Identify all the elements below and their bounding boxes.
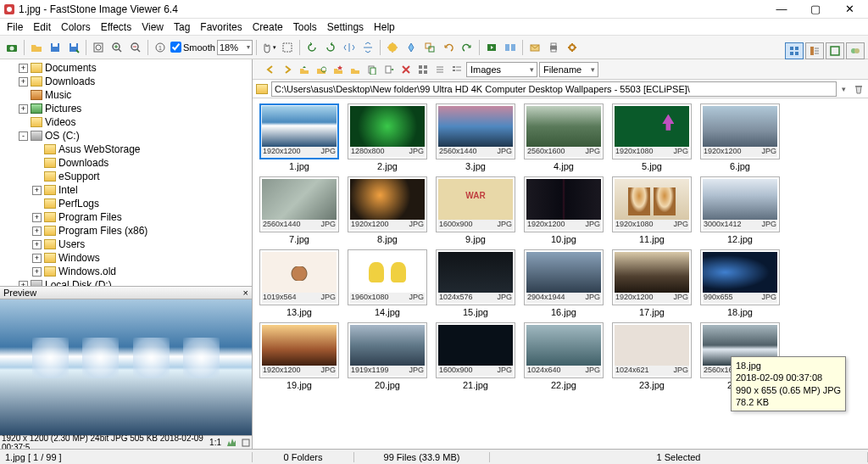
menu-effects[interactable]: Effects xyxy=(96,20,136,35)
menu-help[interactable]: Help xyxy=(369,20,400,35)
nav-refresh-button[interactable] xyxy=(314,62,329,77)
tree-node[interactable]: +Program Files xyxy=(2,210,250,224)
path-input[interactable] xyxy=(271,81,837,97)
thumbnail[interactable]: 1024x640JPG22.jpg xyxy=(524,322,604,390)
menu-edit[interactable]: Edit xyxy=(28,20,56,35)
maximize-button[interactable]: ▢ xyxy=(804,3,827,15)
nav-home-button[interactable] xyxy=(348,62,363,77)
tree-toggle[interactable]: + xyxy=(32,240,42,249)
smooth-checkbox[interactable]: Smooth xyxy=(170,42,215,53)
tree-node[interactable]: Music xyxy=(2,88,250,102)
tree-node[interactable]: +Windows.old xyxy=(2,265,250,278)
tree-node[interactable]: Downloads xyxy=(2,156,250,170)
thumbnail[interactable]: 2560x1600JPG4.jpg xyxy=(524,103,604,171)
thumbnail[interactable]: 1600x900JPG21.jpg xyxy=(436,322,515,390)
flip-h-button[interactable] xyxy=(341,39,358,56)
tree-toggle[interactable]: + xyxy=(32,186,42,195)
zoom-in-button[interactable] xyxy=(108,39,125,56)
thumbnail[interactable]: 1024x576JPG15.jpg xyxy=(436,249,515,317)
thumbnail-view-button[interactable] xyxy=(785,42,804,59)
menu-create[interactable]: Create xyxy=(248,20,288,35)
nav-favorites-button[interactable] xyxy=(331,62,346,77)
tree-node[interactable]: Videos xyxy=(2,115,250,129)
thumbnail[interactable]: 990x655JPG18.jpg xyxy=(700,249,780,317)
dual-view-button[interactable] xyxy=(846,42,865,59)
nav-details-button[interactable] xyxy=(449,62,465,77)
tree-node[interactable]: Asus WebStorage xyxy=(2,143,250,156)
nav-move-button[interactable] xyxy=(381,62,397,77)
thumbnail[interactable]: 1280x800JPG2.jpg xyxy=(348,103,427,171)
tree-node[interactable]: +Local Disk (D:) xyxy=(2,278,250,286)
save-as-button[interactable] xyxy=(65,39,82,56)
tree-node[interactable]: +Windows xyxy=(2,251,250,265)
thumbnail[interactable]: 1960x1080JPG14.jpg xyxy=(348,249,427,317)
nav-back-button[interactable] xyxy=(263,62,278,77)
preview-close-button[interactable]: × xyxy=(243,288,248,298)
open-button[interactable] xyxy=(28,39,45,56)
thumbnail[interactable]: 1920x1200JPG17.jpg xyxy=(612,249,692,317)
zoom-input[interactable] xyxy=(220,42,247,53)
smooth-check[interactable] xyxy=(170,42,181,53)
tree-node[interactable]: +Documents xyxy=(2,61,250,75)
flip-v-button[interactable] xyxy=(359,39,376,56)
camera-button[interactable] xyxy=(3,39,20,56)
tree-node[interactable]: +Users xyxy=(2,238,250,251)
nav-forward-button[interactable] xyxy=(280,62,295,77)
thumbnail[interactable]: 3000x1412JPG12.jpg xyxy=(700,176,780,244)
tree-toggle[interactable]: + xyxy=(19,77,28,87)
slideshow-button[interactable] xyxy=(483,39,500,56)
compare-button[interactable] xyxy=(502,39,519,56)
tree-toggle[interactable]: + xyxy=(19,281,28,287)
minimize-button[interactable]: — xyxy=(770,3,793,15)
tree-toggle[interactable]: + xyxy=(32,226,42,236)
nav-delete-button[interactable] xyxy=(398,62,414,77)
tree-node[interactable]: PerfLogs xyxy=(2,197,250,210)
undo-button[interactable] xyxy=(440,39,457,56)
folder-tree[interactable]: +Documents+DownloadsMusic+PicturesVideos… xyxy=(0,59,252,286)
tree-node[interactable]: eSupport xyxy=(2,170,250,183)
zoom-combo[interactable]: ▾ xyxy=(217,40,253,55)
path-dropdown-icon[interactable]: ▾ xyxy=(842,85,846,93)
tree-node[interactable]: -OS (C:) xyxy=(2,129,250,143)
sort-select[interactable]: Filename xyxy=(539,62,598,77)
thumbnail[interactable]: 1920x1080JPG11.jpg xyxy=(612,176,692,244)
menu-colors[interactable]: Colors xyxy=(56,20,96,35)
thumbnail[interactable]: 1920x1200JPG19.jpg xyxy=(259,322,339,390)
tree-node[interactable]: +Intel xyxy=(2,183,250,197)
thumbnail[interactable]: 1920x1200JPG6.jpg xyxy=(700,103,780,171)
menu-settings[interactable]: Settings xyxy=(322,20,369,35)
thumbnail[interactable]: 1920x1200JPG1.jpg xyxy=(259,103,339,171)
adjust-button[interactable] xyxy=(384,39,401,56)
histogram-icon[interactable] xyxy=(226,439,236,447)
thumbnail[interactable]: 1919x1199JPG20.jpg xyxy=(348,322,427,390)
thumbnail[interactable]: 2560x1440JPG3.jpg xyxy=(436,103,515,171)
tree-toggle[interactable]: + xyxy=(32,213,42,222)
select-tool-button[interactable] xyxy=(279,39,296,56)
thumbnail[interactable]: 1024x621JPG23.jpg xyxy=(612,322,692,390)
tree-node[interactable]: +Downloads xyxy=(2,75,250,88)
thumbnail[interactable]: 1600x900JPG9.jpg xyxy=(436,176,515,244)
zoom-out-button[interactable] xyxy=(127,39,144,56)
tree-toggle[interactable]: + xyxy=(32,267,42,277)
fullscreen-button[interactable] xyxy=(826,42,844,59)
close-button[interactable]: ✕ xyxy=(837,3,861,15)
tree-node[interactable]: +Program Files (x86) xyxy=(2,224,250,238)
actual-size-button[interactable]: 1 xyxy=(152,39,169,56)
rotate-left-button[interactable] xyxy=(303,39,320,56)
recycle-bin-icon[interactable] xyxy=(853,83,865,95)
resize-button[interactable] xyxy=(421,39,438,56)
nav-copy-button[interactable] xyxy=(364,62,380,77)
tree-toggle[interactable]: + xyxy=(32,254,42,263)
preview-expand-icon[interactable] xyxy=(242,439,250,447)
detail-view-button[interactable] xyxy=(805,42,824,59)
tree-toggle[interactable]: - xyxy=(19,131,28,141)
hand-tool-button[interactable]: ▾ xyxy=(260,39,277,56)
filter-type-select[interactable]: Images xyxy=(466,62,537,77)
menu-favorites[interactable]: Favorites xyxy=(195,20,247,35)
nav-list-button[interactable] xyxy=(432,62,448,77)
thumbnail[interactable]: 2560x1440JPG7.jpg xyxy=(259,176,339,244)
menu-file[interactable]: File xyxy=(2,20,28,35)
preview-pane[interactable] xyxy=(0,299,252,435)
zoom-fit-button[interactable] xyxy=(90,39,107,56)
menu-tools[interactable]: Tools xyxy=(288,20,322,35)
